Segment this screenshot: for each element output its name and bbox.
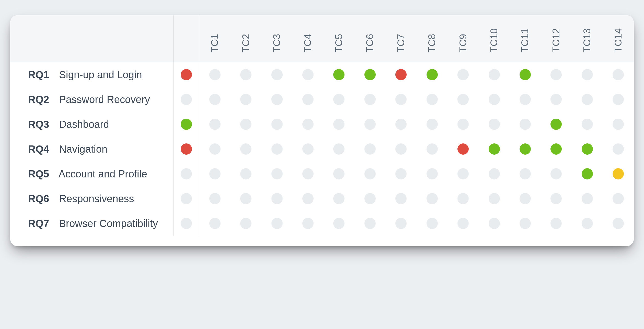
coverage-cell[interactable] xyxy=(417,112,447,137)
coverage-cell[interactable] xyxy=(324,137,354,162)
coverage-cell[interactable] xyxy=(292,137,323,162)
coverage-cell[interactable] xyxy=(324,62,354,87)
column-header-tc10[interactable]: TC10 xyxy=(479,15,510,62)
coverage-cell[interactable] xyxy=(510,87,540,112)
requirement-label-cell[interactable]: RQ6 Responsiveness xyxy=(10,186,174,211)
column-header-tc1[interactable]: TC1 xyxy=(199,15,230,62)
column-header-tc4[interactable]: TC4 xyxy=(292,15,323,62)
coverage-cell[interactable] xyxy=(417,62,447,87)
column-header-tc3[interactable]: TC3 xyxy=(261,15,292,62)
coverage-cell[interactable] xyxy=(261,87,292,112)
coverage-cell[interactable] xyxy=(199,162,230,186)
coverage-cell[interactable] xyxy=(230,87,261,112)
coverage-cell[interactable] xyxy=(479,162,510,186)
coverage-cell[interactable] xyxy=(386,62,417,87)
coverage-cell[interactable] xyxy=(354,162,385,186)
coverage-cell[interactable] xyxy=(572,62,603,87)
column-header-tc12[interactable]: TC12 xyxy=(541,15,572,62)
coverage-cell[interactable] xyxy=(479,211,510,236)
coverage-cell[interactable] xyxy=(479,137,510,162)
coverage-cell[interactable] xyxy=(447,137,478,162)
coverage-cell[interactable] xyxy=(261,112,292,137)
coverage-cell[interactable] xyxy=(603,162,634,186)
coverage-cell[interactable] xyxy=(603,137,634,162)
coverage-cell[interactable] xyxy=(572,211,603,236)
coverage-cell[interactable] xyxy=(479,186,510,211)
coverage-cell[interactable] xyxy=(199,211,230,236)
column-header-tc5[interactable]: TC5 xyxy=(324,15,354,62)
coverage-cell[interactable] xyxy=(510,137,540,162)
column-header-tc8[interactable]: TC8 xyxy=(417,15,447,62)
column-header-tc2[interactable]: TC2 xyxy=(230,15,261,62)
requirement-status-cell[interactable] xyxy=(174,62,199,87)
coverage-cell[interactable] xyxy=(354,211,385,236)
coverage-cell[interactable] xyxy=(230,162,261,186)
coverage-cell[interactable] xyxy=(230,62,261,87)
coverage-cell[interactable] xyxy=(603,87,634,112)
coverage-cell[interactable] xyxy=(479,62,510,87)
coverage-cell[interactable] xyxy=(572,162,603,186)
requirement-label-cell[interactable]: RQ5 Account and Profile xyxy=(10,162,174,186)
coverage-cell[interactable] xyxy=(386,162,417,186)
requirement-status-cell[interactable] xyxy=(174,162,199,186)
column-header-tc13[interactable]: TC13 xyxy=(572,15,603,62)
coverage-cell[interactable] xyxy=(541,186,572,211)
coverage-cell[interactable] xyxy=(541,162,572,186)
coverage-cell[interactable] xyxy=(572,186,603,211)
coverage-cell[interactable] xyxy=(354,137,385,162)
requirement-status-cell[interactable] xyxy=(174,112,199,137)
coverage-cell[interactable] xyxy=(603,211,634,236)
coverage-cell[interactable] xyxy=(510,112,540,137)
coverage-cell[interactable] xyxy=(261,62,292,87)
coverage-cell[interactable] xyxy=(292,211,323,236)
coverage-cell[interactable] xyxy=(541,87,572,112)
column-header-tc14[interactable]: TC14 xyxy=(603,15,634,62)
coverage-cell[interactable] xyxy=(261,162,292,186)
coverage-cell[interactable] xyxy=(261,186,292,211)
coverage-cell[interactable] xyxy=(447,62,478,87)
coverage-cell[interactable] xyxy=(572,87,603,112)
coverage-cell[interactable] xyxy=(603,112,634,137)
requirement-label-cell[interactable]: RQ1 Sign-up and Login xyxy=(10,62,174,87)
coverage-cell[interactable] xyxy=(479,87,510,112)
coverage-cell[interactable] xyxy=(447,162,478,186)
requirement-status-cell[interactable] xyxy=(174,87,199,112)
coverage-cell[interactable] xyxy=(541,62,572,87)
coverage-cell[interactable] xyxy=(417,211,447,236)
coverage-cell[interactable] xyxy=(417,137,447,162)
coverage-cell[interactable] xyxy=(354,112,385,137)
requirement-status-cell[interactable] xyxy=(174,137,199,162)
coverage-cell[interactable] xyxy=(417,162,447,186)
coverage-cell[interactable] xyxy=(230,211,261,236)
requirement-label-cell[interactable]: RQ3 Dashboard xyxy=(10,112,174,137)
coverage-cell[interactable] xyxy=(199,87,230,112)
coverage-cell[interactable] xyxy=(324,112,354,137)
coverage-cell[interactable] xyxy=(324,186,354,211)
coverage-cell[interactable] xyxy=(447,211,478,236)
coverage-cell[interactable] xyxy=(230,186,261,211)
requirement-label-cell[interactable]: RQ4 Navigation xyxy=(10,137,174,162)
column-header-tc7[interactable]: TC7 xyxy=(386,15,417,62)
coverage-cell[interactable] xyxy=(230,112,261,137)
coverage-cell[interactable] xyxy=(510,186,540,211)
coverage-cell[interactable] xyxy=(199,186,230,211)
coverage-cell[interactable] xyxy=(199,112,230,137)
coverage-cell[interactable] xyxy=(292,62,323,87)
coverage-cell[interactable] xyxy=(386,186,417,211)
coverage-cell[interactable] xyxy=(603,186,634,211)
coverage-cell[interactable] xyxy=(324,87,354,112)
coverage-cell[interactable] xyxy=(447,186,478,211)
coverage-cell[interactable] xyxy=(386,87,417,112)
coverage-cell[interactable] xyxy=(510,62,540,87)
coverage-cell[interactable] xyxy=(386,112,417,137)
column-header-tc9[interactable]: TC9 xyxy=(447,15,478,62)
column-header-tc11[interactable]: TC11 xyxy=(510,15,540,62)
requirement-label-cell[interactable]: RQ7 Browser Compatibility xyxy=(10,211,174,236)
coverage-cell[interactable] xyxy=(292,186,323,211)
coverage-cell[interactable] xyxy=(572,112,603,137)
coverage-cell[interactable] xyxy=(447,87,478,112)
coverage-cell[interactable] xyxy=(230,137,261,162)
coverage-cell[interactable] xyxy=(261,137,292,162)
coverage-cell[interactable] xyxy=(354,186,385,211)
coverage-cell[interactable] xyxy=(417,186,447,211)
